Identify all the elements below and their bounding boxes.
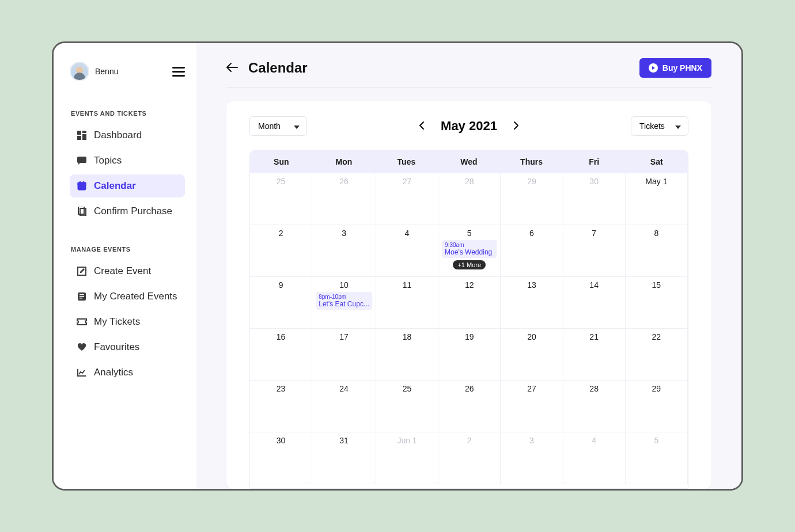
calendar-cell[interactable]: 9 (250, 277, 312, 329)
sidebar-item-label: Confirm Purchase (94, 206, 172, 217)
day-header: Wed (438, 150, 501, 173)
sidebar-item-my-created-events[interactable]: My Created Events (70, 285, 185, 308)
calendar-cell[interactable]: 12 (438, 277, 501, 329)
sidebar-item-my-tickets[interactable]: My Tickets (70, 310, 185, 333)
date-number: 29 (504, 177, 559, 186)
calendar-cell[interactable]: 19 (438, 329, 501, 381)
calendar-cell[interactable]: 3 (501, 432, 563, 484)
sidebar-item-favourites[interactable]: Favourites (70, 336, 185, 359)
date-number: 19 (442, 332, 497, 341)
sidebar-item-calendar[interactable]: Calendar (70, 174, 185, 197)
calendar-cell[interactable]: 16 (250, 329, 312, 381)
next-month-button[interactable] (510, 119, 523, 134)
calendar-cell[interactable]: Jun 1 (376, 432, 438, 484)
filter-selector-value: Tickets (639, 121, 665, 131)
svg-rect-9 (79, 186, 85, 189)
calendar-cell[interactable]: 28 (563, 381, 626, 432)
calendar-cell[interactable]: 59:30amMoe's Wedding+1 More (438, 225, 501, 277)
calendar-event[interactable]: 8pm-10pmLet's Eat Cupc... (316, 292, 372, 310)
page-title: Calendar (248, 60, 308, 76)
calendar-cell[interactable]: 2 (250, 225, 312, 277)
date-number: 11 (380, 280, 434, 290)
calendar-cell[interactable]: 108pm-10pmLet's Eat Cupc... (312, 277, 376, 329)
calendar-cell[interactable]: 26 (312, 173, 376, 225)
calendar-cell[interactable]: 14 (563, 277, 626, 329)
calendar-event[interactable]: 9:30amMoe's Wedding (442, 240, 497, 258)
day-header: Sun (250, 150, 313, 173)
date-number: 22 (629, 332, 684, 341)
calendar-cell[interactable]: 5 (626, 432, 688, 484)
date-number: Jun 1 (380, 436, 434, 445)
calendar-cell[interactable]: 2 (438, 432, 501, 484)
calendar-cell[interactable]: 18 (376, 329, 438, 381)
analytics-icon (77, 367, 87, 378)
period-label: May 2021 (441, 119, 497, 134)
calendar-cell[interactable]: 25 (250, 173, 312, 225)
list-icon (77, 291, 87, 302)
calendar-cell[interactable]: 3 (312, 225, 376, 277)
calendar-cell[interactable]: 30 (250, 432, 312, 484)
date-number: 15 (629, 280, 684, 290)
sidebar-item-label: Favourites (94, 341, 139, 353)
view-selector[interactable]: Month (249, 116, 307, 136)
calendar-cell[interactable]: 30 (563, 173, 626, 225)
calendar-cell[interactable]: 7 (563, 225, 626, 277)
date-number: 9 (253, 280, 308, 290)
calendar-cell[interactable]: 27 (501, 381, 563, 432)
calendar-cell[interactable]: May 1 (626, 173, 688, 225)
calendar-cell[interactable]: 26 (438, 381, 501, 432)
date-number: 2 (442, 436, 497, 445)
sidebar-item-dashboard[interactable]: Dashboard (70, 124, 185, 147)
sidebar-item-confirm-purchase[interactable]: Confirm Purchase (70, 200, 185, 223)
calendar-cell[interactable]: 17 (312, 329, 376, 381)
calendar-cell[interactable]: 29 (501, 173, 563, 225)
heart-icon (77, 342, 87, 352)
sidebar-item-create-event[interactable]: Create Event (70, 260, 185, 283)
calendar-cell[interactable]: 11 (376, 277, 438, 329)
calendar-cell[interactable]: 25 (376, 381, 438, 432)
calendar-header-row: SunMonTuesWedThursFriSat (250, 150, 688, 173)
calendar-cell[interactable]: 4 (376, 225, 438, 277)
prev-month-button[interactable] (415, 119, 428, 134)
event-time: 8pm-10pm (319, 294, 369, 300)
date-number: 28 (442, 177, 497, 186)
ticket-icon (77, 317, 87, 327)
sidebar-item-label: Analytics (94, 367, 133, 378)
calendar-cell[interactable]: 24 (312, 381, 376, 432)
svg-rect-14 (80, 294, 84, 295)
play-circle-icon (649, 63, 658, 73)
calendar-card: Month May 2021 Tickets SunMonTuesWedThur… (226, 101, 711, 489)
calendar-cell[interactable]: 29 (626, 381, 688, 432)
svg-rect-1 (82, 131, 86, 133)
calendar-cell[interactable]: 13 (501, 277, 563, 329)
sidebar-header: Bennu (70, 62, 185, 81)
calendar-cell[interactable]: 23 (250, 381, 312, 432)
sidebar-item-analytics[interactable]: Analytics (70, 361, 185, 384)
calendar-cell[interactable]: 20 (501, 329, 563, 381)
calendar-cell[interactable]: 28 (438, 173, 501, 225)
menu-toggle[interactable] (172, 67, 185, 77)
calendar-cell[interactable]: 21 (563, 329, 626, 381)
date-number: 29 (629, 384, 684, 393)
back-arrow-icon[interactable] (226, 62, 238, 75)
date-number: 24 (316, 384, 372, 393)
date-number: 27 (380, 177, 434, 186)
event-time: 9:30am (445, 242, 494, 248)
buy-phnx-button[interactable]: Buy PHNX (639, 58, 711, 78)
calendar-cell[interactable]: 27 (376, 173, 438, 225)
svg-rect-6 (78, 183, 86, 185)
more-events-pill[interactable]: +1 More (453, 260, 486, 269)
filter-selector[interactable]: Tickets (631, 116, 688, 136)
calendar-cell[interactable]: 22 (626, 329, 688, 381)
calendar-icon (77, 181, 87, 191)
date-number: 4 (567, 436, 622, 445)
calendar-cell[interactable]: 6 (501, 225, 563, 277)
sidebar-nav-1: DashboardTopicsCalendarConfirm Purchase (70, 124, 185, 225)
calendar-cell[interactable]: 31 (312, 432, 376, 484)
calendar-cell[interactable]: 8 (626, 225, 688, 277)
calendar-cell[interactable]: 4 (563, 432, 626, 484)
calendar-cell[interactable]: 15 (626, 277, 688, 329)
profile[interactable]: Bennu (70, 62, 118, 81)
date-number: 14 (567, 280, 622, 290)
sidebar-item-topics[interactable]: Topics (70, 149, 185, 172)
